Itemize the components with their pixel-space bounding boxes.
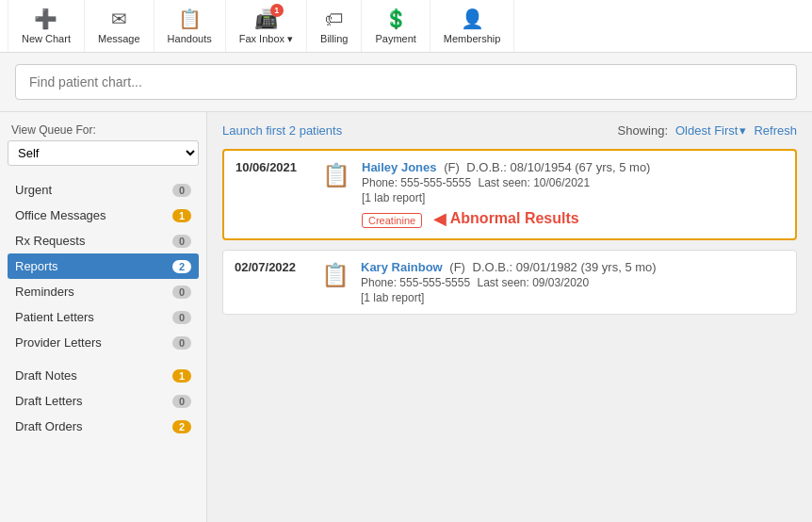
sidebar-item-patient-letters[interactable]: Patient Letters 0 [8, 304, 199, 330]
queue-select[interactable]: Self [8, 140, 199, 166]
sidebar-item-office-messages-count: 1 [172, 209, 191, 222]
sidebar-item-rx-requests[interactable]: Rx Requests 0 [8, 228, 199, 253]
patient-card-2: 02/07/2022 📋 Kary Rainbow (F) D.O.B.: 09… [222, 250, 797, 315]
fax-badge: 1 [270, 4, 284, 17]
billing-button[interactable]: 🏷 Billing [307, 0, 362, 52]
fax-inbox-label: Fax Inbox ▾ [239, 33, 293, 45]
patient-1-tags: Creatinine ◀ Abnormal Results [362, 208, 784, 229]
patient-2-gender: (F) [449, 260, 465, 274]
sidebar-item-draft-orders-label: Draft Orders [15, 419, 83, 433]
arrow-icon: ◀ [433, 208, 447, 229]
toolbar: ➕ New Chart ✉ Message 📋 Handouts 📠 1 Fax… [0, 0, 812, 53]
patient-2-contact: Phone: 555-555-5555 Last seen: 09/03/202… [361, 276, 785, 289]
sidebar-item-provider-letters-label: Provider Letters [15, 335, 102, 350]
sidebar-item-reports[interactable]: Reports 2 [8, 253, 199, 279]
patient-2-lab: [1 lab report] [361, 291, 785, 304]
refresh-link[interactable]: Refresh [754, 123, 797, 138]
message-button[interactable]: ✉ Message [85, 0, 154, 52]
patient-1-name[interactable]: Hailey Jones [362, 160, 440, 174]
sidebar-item-reminders[interactable]: Reminders 0 [8, 279, 199, 304]
launch-link[interactable]: Launch first 2 patients [222, 123, 342, 138]
sidebar-item-urgent[interactable]: Urgent 0 [8, 177, 199, 203]
showing-area: Showing: Oldest First ▾ Refresh [618, 123, 797, 138]
payment-icon: 💲 [384, 8, 408, 30]
sidebar: View Queue For: Self Urgent 0 Office Mes… [0, 112, 207, 522]
sidebar-item-draft-orders-count: 2 [172, 420, 191, 433]
sidebar-item-provider-letters[interactable]: Provider Letters 0 [8, 330, 199, 355]
sidebar-item-patient-letters-label: Patient Letters [15, 310, 94, 324]
message-icon: ✉ [111, 8, 127, 30]
sidebar-item-draft-letters-count: 0 [172, 395, 191, 408]
sidebar-item-office-messages-label: Office Messages [15, 208, 106, 222]
sidebar-item-reports-count: 2 [172, 260, 191, 273]
sidebar-item-rx-requests-label: Rx Requests [15, 234, 85, 248]
sidebar-item-draft-notes[interactable]: Draft Notes 1 [8, 363, 199, 388]
patient-2-icon: 📋 [321, 262, 349, 288]
patient-1-lab: [1 lab report] [362, 191, 784, 204]
handouts-icon: 📋 [178, 8, 202, 30]
new-chart-button[interactable]: ➕ New Chart [8, 0, 85, 52]
sidebar-item-draft-notes-count: 1 [172, 369, 191, 383]
sidebar-item-patient-letters-count: 0 [172, 311, 191, 324]
patient-1-body: Hailey Jones (F) D.O.B.: 08/10/1954 (67 … [362, 160, 784, 229]
membership-label: Membership [444, 33, 501, 44]
sidebar-item-reminders-label: Reminders [15, 285, 74, 299]
handouts-label: Handouts [168, 33, 212, 44]
fax-inbox-icon: 📠 1 [254, 8, 278, 30]
sidebar-item-draft-orders[interactable]: Draft Orders 2 [8, 414, 199, 439]
search-input[interactable] [15, 64, 797, 100]
sidebar-item-reminders-count: 0 [172, 285, 191, 299]
message-label: Message [98, 33, 140, 44]
membership-button[interactable]: 👤 Membership [430, 0, 515, 52]
patient-2-date: 02/07/2022 [235, 260, 310, 274]
showing-dropdown[interactable]: Oldest First ▾ [675, 123, 746, 138]
queue-panel: Launch first 2 patients Showing: Oldest … [207, 112, 812, 522]
patient-1-dob: D.O.B.: 08/10/1954 (67 yrs, 5 mo) [466, 160, 650, 174]
patient-2-name[interactable]: Kary Rainbow [361, 260, 446, 274]
sidebar-item-draft-notes-label: Draft Notes [15, 368, 77, 383]
patient-2-dob: D.O.B.: 09/01/1982 (39 yrs, 5 mo) [473, 260, 657, 274]
showing-label: Showing: [618, 123, 668, 138]
queue-label: View Queue For: [8, 123, 199, 137]
creatinine-tag[interactable]: Creatinine [362, 213, 422, 228]
new-chart-icon: ➕ [34, 8, 57, 30]
abnormal-text: Abnormal Results [450, 210, 579, 227]
sidebar-item-urgent-count: 0 [172, 184, 191, 197]
patient-1-icon: 📋 [322, 162, 350, 188]
handouts-button[interactable]: 📋 Handouts [154, 0, 226, 52]
chevron-down-icon: ▾ [739, 123, 746, 138]
search-area [0, 53, 812, 112]
showing-value: Oldest First [675, 123, 738, 138]
patient-card-1: 10/06/2021 📋 Hailey Jones (F) D.O.B.: 08… [222, 149, 797, 240]
payment-button[interactable]: 💲 Payment [362, 0, 430, 52]
payment-label: Payment [375, 33, 415, 44]
sidebar-item-urgent-label: Urgent [15, 183, 52, 197]
billing-label: Billing [320, 33, 348, 44]
sidebar-item-draft-letters-label: Draft Letters [15, 394, 83, 408]
sidebar-item-draft-letters[interactable]: Draft Letters 0 [8, 388, 199, 414]
patient-1-gender: (F) [444, 160, 460, 174]
queue-header: Launch first 2 patients Showing: Oldest … [222, 123, 797, 138]
new-chart-label: New Chart [22, 33, 71, 44]
patient-1-contact: Phone: 555-555-5555 Last seen: 10/06/202… [362, 176, 784, 189]
patient-2-body: Kary Rainbow (F) D.O.B.: 09/01/1982 (39 … [361, 260, 785, 304]
sidebar-item-office-messages[interactable]: Office Messages 1 [8, 203, 199, 228]
abnormal-arrow: ◀ Abnormal Results [433, 208, 579, 229]
sidebar-item-provider-letters-count: 0 [172, 336, 191, 350]
billing-icon: 🏷 [325, 8, 344, 30]
sidebar-item-reports-label: Reports [15, 259, 58, 273]
sidebar-item-rx-requests-count: 0 [172, 235, 191, 248]
fax-inbox-button[interactable]: 📠 1 Fax Inbox ▾ [226, 0, 307, 52]
main-content: View Queue For: Self Urgent 0 Office Mes… [0, 112, 812, 522]
membership-icon: 👤 [461, 8, 484, 30]
patient-1-date: 10/06/2021 [235, 160, 311, 174]
